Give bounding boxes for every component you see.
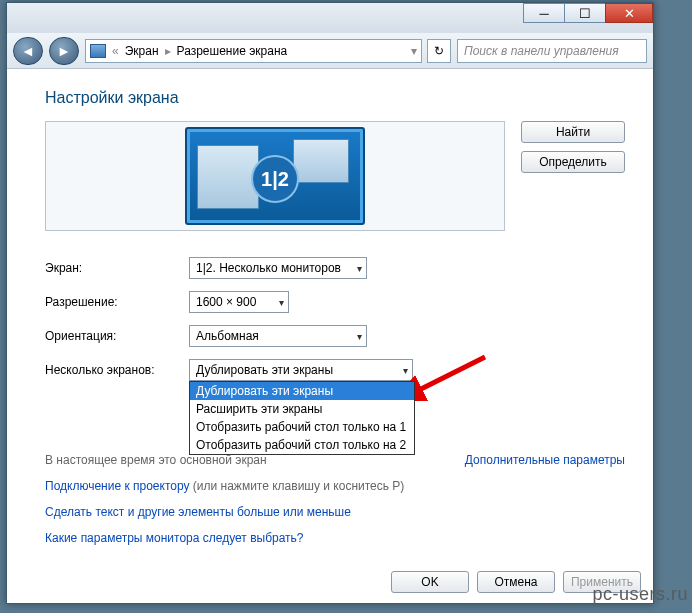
multi-option[interactable]: Отобразить рабочий стол только на 2	[190, 436, 414, 454]
breadcrumb-item[interactable]: Разрешение экрана	[177, 44, 288, 58]
monitor-1[interactable]	[197, 145, 259, 209]
monitor-2[interactable]	[293, 139, 349, 183]
cancel-button[interactable]: Отмена	[477, 571, 555, 593]
control-panel-icon	[90, 44, 106, 58]
current-display-text: В настоящее время это основной экран	[45, 453, 267, 467]
breadcrumb-sep: ▸	[165, 44, 171, 58]
orientation-label: Ориентация:	[45, 329, 189, 343]
multi-label: Несколько экранов:	[45, 363, 189, 377]
resolution-label: Разрешение:	[45, 295, 189, 309]
search-placeholder: Поиск в панели управления	[464, 44, 619, 58]
multi-option[interactable]: Дублировать эти экраны	[190, 382, 414, 400]
multi-screen-dropdown: Дублировать эти экраны Расширить эти экр…	[189, 381, 415, 455]
titlebar: ─ ☐ ✕	[7, 3, 653, 33]
monitor-preview[interactable]: 1|2	[45, 121, 505, 231]
monitors-graphic: 1|2	[185, 127, 365, 225]
which-monitor-link[interactable]: Какие параметры монитора следует выбрать…	[45, 531, 304, 545]
back-button[interactable]: ◄	[13, 37, 43, 65]
ok-button[interactable]: OK	[391, 571, 469, 593]
textsize-link[interactable]: Сделать текст и другие элементы больше и…	[45, 505, 351, 519]
minimize-button[interactable]: ─	[523, 3, 565, 23]
orientation-select[interactable]: Альбомная	[189, 325, 367, 347]
multi-option[interactable]: Отобразить рабочий стол только на 1	[190, 418, 414, 436]
advanced-link[interactable]: Дополнительные параметры	[465, 453, 625, 467]
dropdown-icon[interactable]: ▾	[411, 44, 417, 58]
screen-label: Экран:	[45, 261, 189, 275]
maximize-button[interactable]: ☐	[564, 3, 606, 23]
forward-button[interactable]: ►	[49, 37, 79, 65]
breadcrumb-item[interactable]: Экран	[125, 44, 159, 58]
breadcrumb-sep: «	[112, 44, 119, 58]
monitor-badge: 1|2	[251, 155, 299, 203]
address-bar[interactable]: « Экран ▸ Разрешение экрана ▾	[85, 39, 422, 63]
navbar: ◄ ► « Экран ▸ Разрешение экрана ▾ ↻ Поис…	[7, 33, 653, 69]
screen-select[interactable]: 1|2. Несколько мониторов	[189, 257, 367, 279]
multi-option[interactable]: Расширить эти экраны	[190, 400, 414, 418]
control-panel-window: ─ ☐ ✕ ◄ ► « Экран ▸ Разрешение экрана ▾ …	[6, 2, 654, 604]
projector-link[interactable]: Подключение к проектору	[45, 479, 190, 493]
refresh-button[interactable]: ↻	[427, 39, 451, 63]
resolution-select[interactable]: 1600 × 900	[189, 291, 289, 313]
identify-button[interactable]: Определить	[521, 151, 625, 173]
content-area: Настройки экрана 1|2 Найти Определить Эк…	[7, 69, 653, 545]
find-button[interactable]: Найти	[521, 121, 625, 143]
search-input[interactable]: Поиск в панели управления	[457, 39, 647, 63]
close-button[interactable]: ✕	[605, 3, 653, 23]
projector-hint: (или нажмите клавишу и коснитесь P)	[190, 479, 405, 493]
page-title: Настройки экрана	[45, 89, 625, 107]
multi-screen-select[interactable]: Дублировать эти экраны Дублировать эти э…	[189, 359, 413, 381]
watermark: pc-users.ru	[592, 584, 688, 605]
